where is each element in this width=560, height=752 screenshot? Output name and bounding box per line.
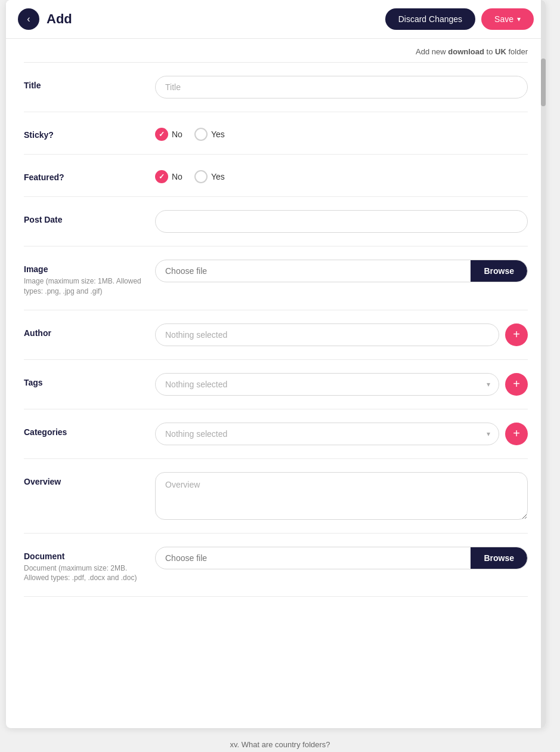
back-icon: ‹ xyxy=(27,14,30,24)
author-plus-icon: + xyxy=(513,328,520,341)
document-control: Browse xyxy=(155,547,528,569)
image-label: Image Image (maximum size: 1MB. Allowed … xyxy=(24,260,143,297)
image-browse-button[interactable]: Browse xyxy=(471,260,527,282)
tags-row: Tags Nothing selected ▾ + xyxy=(24,360,528,409)
sticky-control: No Yes xyxy=(155,125,528,141)
overview-row: Overview xyxy=(24,459,528,534)
sticky-yes-radio[interactable] xyxy=(194,128,208,141)
page-title: Add xyxy=(47,11,72,27)
image-control: Browse xyxy=(155,260,528,282)
categories-control: Nothing selected ▾ + xyxy=(155,423,528,445)
tags-label: Tags xyxy=(24,373,143,387)
tags-control: Nothing selected ▾ + xyxy=(155,373,528,396)
header-actions: Discard Changes Save xyxy=(385,8,534,30)
title-label: Title xyxy=(24,76,143,90)
sticky-row: Sticky? No Yes xyxy=(24,112,528,155)
tags-plus-icon: + xyxy=(513,377,520,391)
categories-label: Categories xyxy=(24,423,143,437)
document-row: Document Document (maximum size: 2MB. Al… xyxy=(24,534,528,597)
panel-scrollbar-thumb xyxy=(541,58,546,106)
panel-header: ‹ Add Discard Changes Save xyxy=(6,0,546,39)
document-file-text[interactable] xyxy=(156,547,471,569)
post-date-control: 17/02/2022 xyxy=(155,210,528,233)
document-label: Document Document (maximum size: 2MB. Al… xyxy=(24,547,143,584)
panel-body: Add new download to UK folder Title Stic… xyxy=(6,39,546,621)
categories-dropdown-arrow: ▾ xyxy=(487,430,499,438)
featured-yes-option[interactable]: Yes xyxy=(194,170,225,183)
author-label: Author xyxy=(24,323,143,338)
spacer xyxy=(24,597,528,621)
featured-no-option[interactable]: No xyxy=(155,170,182,183)
post-date-row: Post Date 17/02/2022 xyxy=(24,197,528,246)
post-date-label: Post Date xyxy=(24,210,143,224)
author-row: Author Nothing selected + xyxy=(24,310,528,360)
panel-scrollbar[interactable] xyxy=(541,0,546,728)
featured-radio-group: No Yes xyxy=(155,168,225,183)
tags-add-button[interactable]: + xyxy=(505,373,528,396)
featured-yes-label: Yes xyxy=(211,172,225,181)
author-select[interactable]: Nothing selected xyxy=(155,323,499,346)
title-row: Title xyxy=(24,63,528,112)
overview-label: Overview xyxy=(24,472,143,486)
sticky-no-label: No xyxy=(172,130,182,139)
categories-row: Categories Nothing selected ▾ + xyxy=(24,409,528,459)
author-control: Nothing selected + xyxy=(155,323,528,346)
featured-control: No Yes xyxy=(155,168,528,183)
categories-plus-icon: + xyxy=(513,427,520,440)
featured-label: Featured? xyxy=(24,168,143,182)
sticky-no-radio[interactable] xyxy=(155,128,168,141)
header-left: ‹ Add xyxy=(18,8,72,30)
tags-dropdown[interactable]: Nothing selected xyxy=(156,374,487,395)
categories-select[interactable]: Nothing selected ▾ xyxy=(155,423,499,445)
tags-dropdown-arrow: ▾ xyxy=(487,380,499,389)
bottom-hint: xv. What are country folders? xyxy=(0,728,560,752)
title-input[interactable] xyxy=(155,76,528,98)
sticky-label: Sticky? xyxy=(24,125,143,140)
sticky-yes-option[interactable]: Yes xyxy=(194,128,225,141)
document-browse-button[interactable]: Browse xyxy=(471,547,527,569)
back-button[interactable]: ‹ xyxy=(18,8,39,30)
discard-changes-button[interactable]: Discard Changes xyxy=(385,8,475,30)
title-control xyxy=(155,76,528,98)
categories-add-button[interactable]: + xyxy=(505,423,528,445)
author-add-button[interactable]: + xyxy=(505,323,528,346)
sticky-radio-group: No Yes xyxy=(155,125,225,141)
featured-no-label: No xyxy=(172,172,182,181)
author-dropdown[interactable]: Nothing selected xyxy=(156,324,490,346)
featured-row: Featured? No Yes xyxy=(24,155,528,197)
sticky-no-option[interactable]: No xyxy=(155,128,182,141)
subtitle: Add new download to UK folder xyxy=(24,39,528,63)
overview-textarea[interactable] xyxy=(155,472,528,520)
page-wrapper: ‹ Add Discard Changes Save Add new downl… xyxy=(0,0,560,752)
image-row: Image Image (maximum size: 1MB. Allowed … xyxy=(24,246,528,310)
main-panel: ‹ Add Discard Changes Save Add new downl… xyxy=(6,0,546,728)
featured-yes-radio[interactable] xyxy=(194,170,208,183)
sticky-yes-label: Yes xyxy=(211,130,225,139)
document-file-input: Browse xyxy=(155,547,528,569)
image-file-input: Browse xyxy=(155,260,528,282)
document-sublabel: Document (maximum size: 2MB. Allowed typ… xyxy=(24,563,143,584)
post-date-input[interactable]: 17/02/2022 xyxy=(155,210,528,233)
categories-dropdown[interactable]: Nothing selected xyxy=(156,423,487,445)
image-sublabel: Image (maximum size: 1MB. Allowed types:… xyxy=(24,276,143,297)
tags-select[interactable]: Nothing selected ▾ xyxy=(155,373,499,396)
image-file-text[interactable] xyxy=(156,260,471,282)
overview-control xyxy=(155,472,528,520)
save-button[interactable]: Save xyxy=(481,8,534,30)
featured-no-radio[interactable] xyxy=(155,170,168,183)
